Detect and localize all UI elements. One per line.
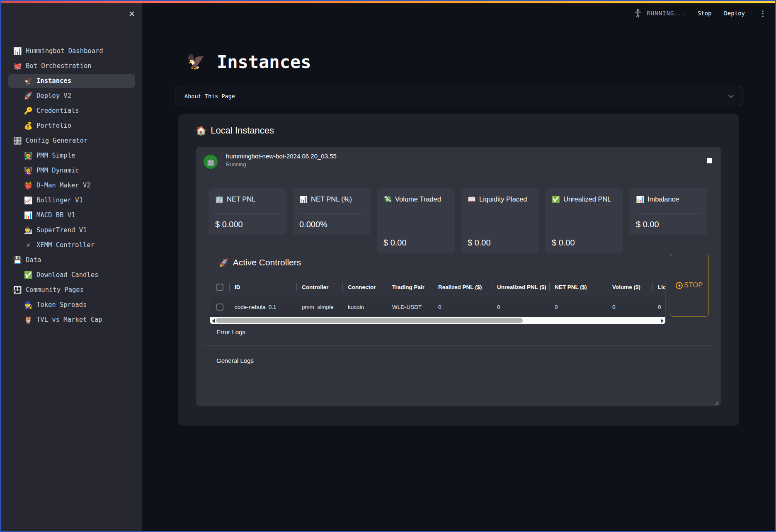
sidebar-item-icon: 🦉 bbox=[23, 316, 33, 324]
metric-card-liquidity-placed: 📖Liquidity Placed$ 0.00 bbox=[461, 188, 539, 253]
about-expander-label: About This Page bbox=[184, 93, 235, 100]
running-man-icon bbox=[634, 9, 642, 18]
table-cell: 0 bbox=[549, 297, 607, 317]
page-title: 🦅 Instances bbox=[187, 47, 311, 76]
bot-name: hummingbot-new-bot-2024.06.20_03.55 bbox=[226, 153, 337, 160]
sidebar-item-download-candles[interactable]: ✅Download Candles bbox=[1, 267, 138, 282]
stop-button[interactable]: Stop bbox=[697, 8, 713, 18]
sidebar-item-icon: 👹 bbox=[23, 181, 33, 189]
metric-icon: 📊 bbox=[299, 196, 308, 203]
stop-instance-icon[interactable] bbox=[707, 158, 712, 163]
metric-title: ✅Unrealized PNL bbox=[552, 194, 616, 205]
header-label: ID bbox=[235, 284, 240, 290]
metric-label: NET PNL (%) bbox=[311, 195, 352, 203]
sidebar-item-icon: 👨‍🔬 bbox=[23, 226, 33, 234]
sidebar-item-icon: 👩‍🏫 bbox=[23, 166, 33, 175]
sidebar-item-credentials[interactable]: 🔑Credentials bbox=[1, 103, 138, 118]
log-section-label: Error Logs bbox=[216, 328, 245, 335]
log-section-general-logs[interactable]: General Logs bbox=[202, 349, 714, 372]
more-options-icon[interactable]: ⋮ bbox=[757, 9, 769, 18]
table-cell: 0 bbox=[433, 297, 492, 317]
stop-controller-label: STOP bbox=[684, 282, 703, 289]
sidebar: ✕ 📊Hummingbot Dashboard🐙Bot Orchestratio… bbox=[1, 3, 142, 532]
header-label: Volume ($) bbox=[612, 284, 640, 290]
metric-icon: 💸 bbox=[383, 196, 392, 203]
table-header-row: IDControllerConnectorTrading PairRealize… bbox=[210, 277, 665, 297]
metric-label: Unrealized PNL bbox=[563, 195, 611, 203]
sidebar-item-tvl-vs-market-cap[interactable]: 🦉TVL vs Market Cap bbox=[1, 312, 138, 327]
row-select-cell bbox=[210, 297, 229, 317]
sidebar-item-icon: 📊 bbox=[12, 47, 22, 55]
cell-value: 0 bbox=[555, 304, 558, 310]
column-separator bbox=[652, 283, 653, 291]
sidebar-item-deploy-v2[interactable]: 🚀Deploy V2 bbox=[1, 88, 138, 103]
sidebar-item-config-generator[interactable]: 🎛️Config Generator bbox=[1, 133, 138, 148]
sidebar-item-d-man-maker-v2[interactable]: 👹D-Man Maker V2 bbox=[1, 178, 138, 193]
header-cell-liq: Liq bbox=[652, 277, 666, 297]
metric-icon: 📊 bbox=[636, 196, 644, 203]
sidebar-item-community-pages[interactable]: 👨‍👩‍👧‍👦Community Pages bbox=[1, 282, 138, 297]
metric-divider bbox=[636, 214, 701, 214]
cell-value: 0 bbox=[612, 304, 616, 310]
app-window: ✕ 📊Hummingbot Dashboard🐙Bot Orchestratio… bbox=[0, 0, 776, 532]
header-label: NET PNL ($) bbox=[555, 284, 587, 290]
sidebar-item-icon: 🚀 bbox=[23, 92, 33, 100]
deploy-button[interactable]: Deploy bbox=[723, 8, 746, 18]
row-checkbox[interactable] bbox=[216, 304, 223, 311]
cell-value: 0 bbox=[438, 304, 441, 310]
metric-value: $ 0.000 bbox=[215, 220, 280, 229]
sidebar-item-icon: 🔑 bbox=[23, 107, 33, 115]
column-separator bbox=[433, 283, 433, 291]
page-title-text: Instances bbox=[217, 52, 311, 72]
chevron-down-icon bbox=[728, 92, 734, 98]
metric-title: 💸Volume Traded bbox=[383, 194, 448, 205]
sidebar-item-xemm-controller[interactable]: ⚡XEMM Controller bbox=[1, 238, 138, 253]
sidebar-item-bot-orchestration[interactable]: 🐙Bot Orchestration bbox=[1, 58, 138, 73]
resize-handle-icon[interactable] bbox=[714, 400, 719, 404]
cell-value: pmm_simple bbox=[302, 304, 334, 310]
circled-plus-icon: + bbox=[676, 282, 683, 289]
metric-card-imbalance: 📊Imbalance$ 0.00 bbox=[629, 188, 707, 235]
sidebar-item-label: PMM Simple bbox=[36, 152, 75, 159]
metric-divider bbox=[299, 214, 364, 214]
sidebar-item-macd-bb-v1[interactable]: 📊MACD BB V1 bbox=[1, 208, 138, 223]
stop-controller-button[interactable]: + STOP bbox=[670, 254, 709, 317]
sidebar-item-icon: 👨‍👩‍👧‍👦 bbox=[12, 286, 22, 294]
sidebar-item-icon: ✅ bbox=[23, 271, 33, 279]
sidebar-item-label: Credentials bbox=[36, 107, 79, 114]
sidebar-item-supertrend-v1[interactable]: 👨‍🔬SuperTrend V1 bbox=[1, 223, 138, 238]
bot-instance-card: 🤖 hummingbot-new-bot-2024.06.20_03.55 Ru… bbox=[196, 147, 721, 406]
select-all-checkbox[interactable] bbox=[216, 284, 223, 291]
local-instances-container: 🏠 Local Instances 🤖 hummingbot-new-bot-2… bbox=[178, 114, 739, 426]
sidebar-item-pmm-dynamic[interactable]: 👩‍🏫PMM Dynamic bbox=[1, 163, 138, 178]
metric-icon: ✅ bbox=[552, 196, 560, 203]
sidebar-item-token-spreads[interactable]: 🧙Token Spreads bbox=[1, 297, 138, 312]
about-this-page-expander[interactable]: About This Page bbox=[175, 86, 742, 106]
metric-card-volume-traded: 💸Volume Traded$ 0.00 bbox=[377, 188, 455, 253]
sidebar-item-icon: 🧙 bbox=[23, 301, 33, 309]
cell-value: kucoin bbox=[348, 304, 364, 310]
header-cell-select-all bbox=[210, 277, 229, 297]
sidebar-nav: 📊Hummingbot Dashboard🐙Bot Orchestration🦅… bbox=[1, 44, 138, 327]
metric-value: $ 0.00 bbox=[468, 238, 532, 248]
log-section-error-logs[interactable]: Error Logs bbox=[202, 321, 714, 343]
sidebar-item-portfolio[interactable]: 💰Portfolio bbox=[1, 118, 138, 133]
sidebar-item-label: SuperTrend V1 bbox=[36, 226, 87, 234]
sidebar-item-hummingbot-dashboard[interactable]: 📊Hummingbot Dashboard bbox=[1, 44, 138, 58]
sidebar-close-icon[interactable]: ✕ bbox=[129, 9, 135, 19]
sidebar-item-icon: 👨‍🏫 bbox=[23, 151, 33, 160]
metric-icon: 📖 bbox=[468, 196, 476, 203]
sidebar-item-bollinger-v1[interactable]: 📈Bollinger V1 bbox=[1, 193, 138, 208]
cell-value: 0 bbox=[658, 304, 661, 310]
metric-icon: 🏢 bbox=[215, 196, 223, 203]
sidebar-item-data[interactable]: 💾Data bbox=[1, 253, 138, 267]
table-row: code-nebula_0.1pmm_simplekucoinWLD-USDT0… bbox=[210, 297, 665, 317]
sidebar-item-label: Data bbox=[26, 256, 41, 264]
sidebar-item-instances[interactable]: 🦅Instances bbox=[1, 73, 138, 88]
active-controllers-heading-text: Active Controllers bbox=[233, 257, 301, 267]
status-text: RUNNING... bbox=[647, 10, 686, 17]
header-label: Realized PNL ($) bbox=[438, 284, 482, 290]
sidebar-item-pmm-simple[interactable]: 👨‍🏫PMM Simple bbox=[1, 148, 138, 163]
metric-title: 📊NET PNL (%) bbox=[299, 194, 364, 205]
top-toolbar: RUNNING... Stop Deploy ⋮ bbox=[142, 3, 775, 23]
